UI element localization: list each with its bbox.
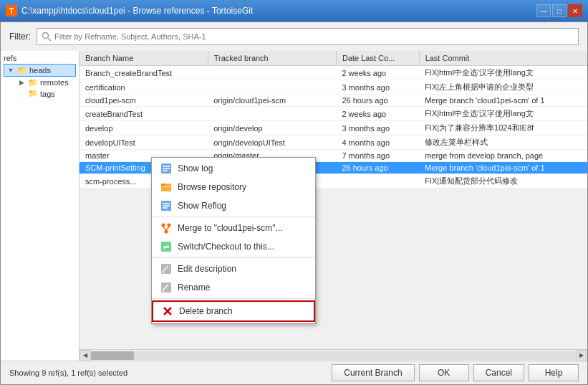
expand-remotes-icon: ▶ (16, 77, 26, 87)
ok-button[interactable]: OK (419, 364, 469, 381)
menu-label-rename: Rename (178, 282, 210, 293)
main-window: Filter: refs ▼ 📁 heads ▶ 📁 remotes (0, 22, 588, 385)
window-title: C:\xampp\htdocs\cloud1pei - Browse refer… (21, 6, 253, 16)
scroll-right-arrow[interactable]: ▶ (576, 350, 587, 361)
menu-item-browse-repo[interactable]: Browse repository (152, 178, 315, 196)
folder-heads-icon: 📁 (17, 66, 27, 75)
svg-text:⇄: ⇄ (163, 243, 169, 251)
menu-item-delete-branch[interactable]: Delete branch (152, 300, 315, 322)
menu-item-switch[interactable]: ⇄Switch/Checkout to this... (152, 237, 315, 256)
filter-input[interactable] (54, 32, 574, 41)
cell-2: 7 months ago (336, 150, 419, 162)
search-icon (42, 32, 52, 42)
tree-label-tags: tags (40, 90, 55, 98)
app-icon: T (6, 5, 17, 16)
col-date[interactable]: Date Last Co... (336, 51, 419, 66)
tree-item-tags[interactable]: 📁 tags (15, 88, 76, 99)
table-header-row: Branch Name Tracked branch Date Last Co.… (79, 51, 587, 66)
table-row[interactable]: developorigin/develop3 months agoFIX|为了兼… (79, 121, 587, 136)
cell-1: origin/develop (208, 121, 336, 136)
col-tracked-branch[interactable]: Tracked branch (208, 51, 336, 66)
svg-rect-8 (162, 186, 170, 187)
scrollbar-thumb[interactable] (91, 351, 134, 360)
svg-line-17 (166, 227, 169, 230)
svg-point-13 (162, 224, 165, 227)
cell-2: 2 weeks ago (336, 66, 419, 80)
menu-label-delete-branch: Delete branch (179, 306, 233, 316)
close-button[interactable]: ✕ (568, 4, 582, 17)
tree-item-heads[interactable]: ▼ 📁 heads (4, 64, 76, 77)
cell-1 (208, 80, 336, 95)
refs-tree-panel: refs ▼ 📁 heads ▶ 📁 remotes 📁 tags (1, 51, 79, 361)
table-row[interactable]: createBrandTest2 weeks agoFIX|html中全选'汉字… (79, 107, 587, 121)
scroll-left-arrow[interactable]: ◀ (79, 350, 91, 361)
menu-item-show-log[interactable]: Show log (152, 159, 315, 178)
help-button[interactable]: Help (529, 364, 579, 381)
table-row[interactable]: cloud1pei-scmorigin/cloud1pei-scm26 hour… (79, 95, 587, 107)
cell-3: FIX|通知配货部分代码修改 (419, 174, 587, 189)
filter-bar: Filter: (1, 22, 587, 51)
svg-point-15 (165, 230, 168, 234)
window-controls[interactable]: — □ ✕ (536, 4, 582, 17)
cell-3: FIX|为了兼容分辨率1024和IE8f (419, 121, 587, 136)
cell-1: origin/developUITest (208, 136, 336, 150)
scrollbar-track (91, 351, 576, 360)
cell-2: 26 hours ago (336, 162, 419, 174)
context-menu: Show logBrowse repositoryShow ReflogMerg… (151, 157, 316, 324)
refs-label: refs (4, 54, 76, 62)
menu-item-edit-desc[interactable]: Edit description (152, 260, 315, 278)
menu-icon-show-log (160, 163, 172, 174)
menu-icon-browse-repo (160, 181, 172, 193)
cancel-button[interactable]: Cancel (473, 364, 524, 381)
cell-0: cloud1pei-scm (79, 95, 208, 107)
menu-separator-separator3 (152, 298, 315, 299)
cell-3: merge from develop branch, page (419, 150, 587, 162)
cell-1: origin/cloud1pei-scm (208, 95, 336, 107)
current-branch-button[interactable]: Current Branch (332, 364, 414, 381)
tree-label-remotes: remotes (40, 78, 69, 87)
status-bar: Showing 9 ref(s), 1 ref(s) selected Curr… (1, 361, 587, 384)
cell-1 (208, 107, 336, 121)
menu-icon-edit-desc (160, 263, 172, 275)
horizontal-scrollbar[interactable]: ◀ ▶ (79, 349, 587, 361)
expand-heads-icon: ▼ (6, 65, 16, 75)
menu-label-show-log: Show log (178, 163, 213, 174)
cell-3: FIX|左上角根据申请的企业类型 (419, 80, 587, 95)
svg-line-16 (163, 227, 166, 230)
cell-2: 2 weeks ago (336, 107, 419, 121)
table-row[interactable]: certification3 months agoFIX|左上角根据申请的企业类… (79, 80, 587, 95)
svg-point-14 (168, 224, 171, 227)
menu-label-show-reflog: Show Reflog (178, 201, 226, 211)
svg-line-1 (48, 38, 51, 41)
menu-item-merge[interactable]: Merge to "cloud1pei-scm"... (152, 219, 315, 237)
menu-icon-delete-branch (162, 305, 173, 317)
svg-rect-7 (161, 184, 165, 186)
minimize-button[interactable]: — (536, 4, 551, 17)
cell-0: developUITest (79, 136, 208, 150)
col-last-commit[interactable]: Last Commit (419, 51, 587, 66)
maximize-button[interactable]: □ (552, 4, 567, 17)
status-text: Showing 9 ref(s), 1 ref(s) selected (9, 369, 127, 377)
menu-item-show-reflog[interactable]: Show Reflog (152, 196, 315, 215)
menu-label-merge: Merge to "cloud1pei-scm"... (178, 223, 283, 233)
menu-item-rename[interactable]: Rename (152, 278, 315, 297)
cell-1 (208, 66, 336, 80)
col-branch-name[interactable]: Branch Name (79, 51, 208, 66)
menu-label-browse-repo: Browse repository (178, 182, 246, 192)
filter-input-wrapper[interactable] (37, 28, 579, 45)
cell-2: 3 months ago (336, 80, 419, 95)
cell-2: 26 hours ago (336, 95, 419, 107)
cell-0: develop (79, 121, 208, 136)
cell-2: 4 months ago (336, 136, 419, 150)
cell-0: createBrandTest (79, 107, 208, 121)
menu-icon-switch: ⇄ (160, 241, 172, 252)
cell-3: Merge branch 'cloud1pei-scm' of 1 (419, 95, 587, 107)
cell-3: FIX|html中全选'汉字使用lang文 (419, 107, 587, 121)
menu-separator-separator1 (152, 217, 315, 217)
tree-item-remotes[interactable]: ▶ 📁 remotes (15, 77, 76, 88)
svg-point-0 (43, 33, 49, 39)
cell-0: Branch_createBrandTest (79, 66, 208, 80)
table-row[interactable]: developUITestorigin/developUITest4 month… (79, 136, 587, 150)
menu-label-edit-desc: Edit description (178, 264, 236, 274)
table-row[interactable]: Branch_createBrandTest2 weeks agoFIX|htm… (79, 66, 587, 80)
